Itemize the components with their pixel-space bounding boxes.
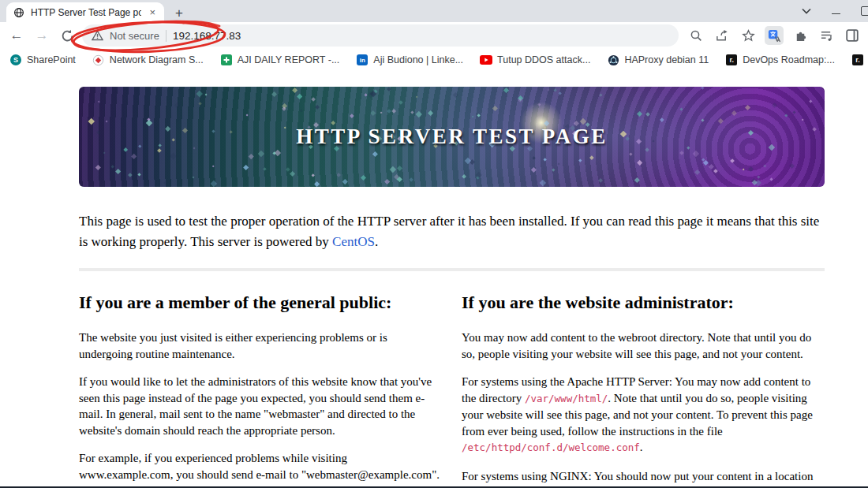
translate-icon[interactable] bbox=[765, 26, 784, 45]
page-title: HTTP SERVER TEST PAGE bbox=[79, 125, 825, 149]
security-chip-label[interactable]: Not secure bbox=[110, 30, 159, 42]
globe-favicon-icon bbox=[13, 6, 25, 19]
centos-link[interactable]: CentOS bbox=[332, 234, 375, 249]
haproxy-icon bbox=[607, 54, 619, 66]
search-icon[interactable] bbox=[687, 26, 705, 45]
share-icon[interactable] bbox=[713, 26, 731, 45]
reload-icon[interactable] bbox=[57, 25, 77, 46]
public-paragraph-2: If you would like to let the administrat… bbox=[79, 374, 440, 438]
public-column: If you are a member of the general publi… bbox=[79, 292, 440, 488]
back-icon[interactable]: ← bbox=[6, 25, 27, 46]
bookmark-daily-report[interactable]: AJI DAILY REPORT -... bbox=[220, 54, 340, 66]
roadmap-icon: r. bbox=[725, 54, 738, 66]
url-text[interactable]: 192.168.77.83 bbox=[173, 30, 241, 42]
admin-column: If you are the website administrator: Yo… bbox=[462, 292, 825, 488]
youtube-icon bbox=[480, 54, 492, 66]
diagram-icon bbox=[92, 54, 105, 66]
window-controls bbox=[802, 0, 868, 22]
extensions-puzzle-icon[interactable] bbox=[791, 26, 810, 45]
bookmark-star-icon[interactable] bbox=[739, 26, 758, 45]
public-heading: If you are a member of the general publi… bbox=[79, 292, 440, 313]
bookmark-devops-roadmap[interactable]: r. DevOps Roadmap:... bbox=[725, 54, 835, 66]
public-paragraph-3: For example, if you experienced problems… bbox=[79, 450, 440, 482]
bookmarks-bar: S SharePoint Network Diagram S... AJI DA… bbox=[0, 49, 868, 71]
browser-window: HTTP Server Test Page powered × + ← → No… bbox=[0, 0, 868, 488]
code-path-welcome-conf: /etc/httpd/conf.d/welcome.conf bbox=[462, 441, 640, 453]
side-panel-icon[interactable] bbox=[843, 26, 862, 45]
linkedin-icon: in bbox=[356, 54, 369, 66]
bookmark-sharepoint[interactable]: S SharePoint bbox=[9, 54, 76, 66]
divider-rule bbox=[79, 268, 825, 271]
intro-paragraph: This page is used to test the proper ope… bbox=[79, 211, 825, 252]
chip-divider bbox=[166, 30, 166, 42]
admin-paragraph-1: You may now add content to the webroot d… bbox=[462, 330, 825, 362]
spreadsheet-icon bbox=[220, 54, 233, 66]
bookmark-youtube[interactable]: Tutup DDOS attack... bbox=[480, 54, 590, 66]
browser-toolbar: ← → Not secure 192.168.77.83 bbox=[0, 22, 868, 49]
reading-list-icon[interactable] bbox=[817, 26, 836, 45]
bookmark-haproxy[interactable]: HAProxy debian 11 bbox=[607, 54, 709, 66]
tab-title: HTTP Server Test Page powered bbox=[31, 7, 141, 18]
page-viewport: HTTP SERVER TEST PAGE This page is used … bbox=[0, 71, 868, 488]
toolbar-actions bbox=[687, 26, 862, 45]
bookmark-network-diagram[interactable]: Network Diagram S... bbox=[92, 54, 204, 66]
address-bar[interactable]: Not secure 192.168.77.83 bbox=[82, 24, 679, 47]
admin-paragraph-2: For systems using the Apache HTTP Server… bbox=[462, 374, 825, 456]
active-tab[interactable]: HTTP Server Test Page powered × bbox=[6, 2, 164, 22]
bookmark-linkedin[interactable]: in Aji Budiono | Linke... bbox=[356, 54, 463, 66]
test-page-content: HTTP SERVER TEST PAGE This page is used … bbox=[79, 87, 825, 488]
bookmark-docker-roadmap[interactable]: r. Docker Roadmap -... bbox=[851, 54, 868, 66]
roadmap-icon: r. bbox=[851, 54, 864, 66]
public-paragraph-1: The website you just visited is either e… bbox=[79, 330, 440, 362]
maximize-button[interactable] bbox=[861, 6, 868, 16]
admin-heading: If you are the website administrator: bbox=[462, 292, 825, 313]
tab-search-chevron-icon[interactable] bbox=[802, 8, 811, 14]
forward-icon[interactable]: → bbox=[32, 25, 52, 46]
admin-paragraph-3: For systems using NGINX: You should now … bbox=[462, 468, 825, 488]
banner: HTTP SERVER TEST PAGE bbox=[79, 87, 825, 187]
intro-period: . bbox=[375, 234, 378, 249]
minimize-button[interactable] bbox=[832, 13, 840, 14]
tab-close-icon[interactable]: × bbox=[147, 6, 158, 18]
new-tab-button[interactable]: + bbox=[175, 6, 183, 20]
admin-p2-period: . bbox=[640, 441, 643, 453]
not-secure-warning-icon[interactable] bbox=[92, 30, 103, 41]
tab-strip: HTTP Server Test Page powered × + bbox=[0, 0, 868, 22]
intro-text: This page is used to test the proper ope… bbox=[79, 214, 819, 249]
two-columns: If you are a member of the general publi… bbox=[79, 292, 825, 488]
code-path-webroot: /var/www/html/ bbox=[525, 393, 608, 404]
sharepoint-icon: S bbox=[9, 54, 22, 66]
